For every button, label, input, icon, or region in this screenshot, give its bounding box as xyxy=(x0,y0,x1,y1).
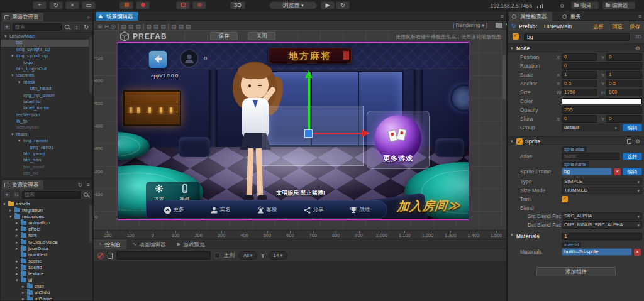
console-tab-1[interactable]: ∿动画编辑器 xyxy=(126,239,171,249)
hierarchy-node[interactable]: ▾main xyxy=(1,131,89,138)
grid-toggle-button[interactable] xyxy=(176,1,190,9)
collapse-icon[interactable]: ▾ xyxy=(511,44,513,53)
expand-arrow-icon[interactable]: ▾ xyxy=(18,138,23,144)
expand-arrow-icon[interactable]: ▸ xyxy=(16,246,21,252)
assets-scrollbar[interactable] xyxy=(89,205,92,243)
scale-y-field[interactable]: 1 xyxy=(606,71,642,79)
expand-arrow-icon[interactable]: ▸ xyxy=(16,226,21,233)
tab-assets[interactable]: 资源管理器 xyxy=(2,180,43,189)
hierarchy-node[interactable]: ▾img_renwu xyxy=(1,138,89,144)
tab-properties[interactable]: 属性检查器 xyxy=(509,12,552,21)
asset-item[interactable]: ▸animation xyxy=(1,220,89,226)
regex-checkbox[interactable] xyxy=(214,253,220,258)
asset-item[interactable]: ▸club xyxy=(1,283,89,290)
expand-arrow-icon[interactable]: ▸ xyxy=(22,296,27,300)
hierarchy-node[interactable]: logo xyxy=(1,60,89,66)
asset-item[interactable]: ▸texture xyxy=(1,271,89,277)
play-button[interactable]: ▶ xyxy=(321,1,335,9)
expand-arrow-icon[interactable]: ▸ xyxy=(16,233,21,239)
copy-icon[interactable] xyxy=(627,139,631,144)
hierarchy-node[interactable]: img_cyright_up xyxy=(1,47,89,53)
gizmo-origin[interactable] xyxy=(304,129,313,138)
expand-arrow-icon[interactable]: ▾ xyxy=(3,201,8,207)
prefab-save-button[interactable]: 保存 xyxy=(630,23,640,31)
gear-icon[interactable]: ⚙ xyxy=(635,137,640,146)
console-tab-2[interactable]: ▶游戏预览 xyxy=(171,239,210,249)
assets-search-input[interactable] xyxy=(22,191,80,199)
asset-item[interactable]: ▾ui xyxy=(1,277,89,283)
asset-item[interactable]: ▸uiGame xyxy=(1,296,89,300)
avatar[interactable] xyxy=(180,49,199,68)
skew-x-field[interactable]: 0 xyxy=(562,115,597,123)
size-w-field[interactable]: 1750 xyxy=(562,89,597,96)
hierarchy-node[interactable]: bg xyxy=(1,40,89,46)
hierarchy-scrollbar[interactable] xyxy=(89,37,92,94)
sort-icon[interactable]: ↑↓ xyxy=(13,191,20,199)
refresh-button[interactable]: ↻ xyxy=(336,1,350,9)
prefab-sync-icon[interactable]: ↻ xyxy=(511,23,516,29)
tab-services[interactable]: 服务 xyxy=(559,12,586,21)
prefab-preview[interactable]: 地方麻将 0 appV1.0.0.0 更多游戏 xyxy=(118,42,469,220)
asset-item[interactable]: ▸jsonData xyxy=(1,246,89,252)
materials-count-field[interactable]: 1 xyxy=(562,233,642,240)
size-h-field[interactable]: 800 xyxy=(606,89,642,96)
open-project-button[interactable]: 项目 xyxy=(571,1,599,9)
gear-icon[interactable]: ⚙ xyxy=(635,44,640,53)
back-button[interactable] xyxy=(148,50,167,68)
atlas-select-button[interactable]: 选择 xyxy=(623,153,642,160)
search-icon[interactable] xyxy=(82,191,90,199)
align-right-icon[interactable]: ▤ xyxy=(135,23,141,30)
expand-arrow-icon[interactable]: ▾ xyxy=(4,33,9,40)
expand-arrow-icon[interactable]: ▸ xyxy=(9,207,14,214)
join-room-button[interactable]: 加入房间≫ xyxy=(388,197,469,215)
sprite-frame-field[interactable]: bg xyxy=(562,168,612,175)
log-level-dropdown[interactable]: All xyxy=(238,251,257,260)
asset-item[interactable]: ▾resources xyxy=(1,214,89,220)
asset-item[interactable]: ▸effect xyxy=(1,226,89,233)
console-filter-input[interactable] xyxy=(116,251,211,260)
dist-grid-icon[interactable]: ▤ xyxy=(186,23,191,30)
hierarchy-node[interactable]: label_id xyxy=(1,99,89,105)
game-menu-trophy[interactable]: 战绩 xyxy=(350,205,370,214)
expand-arrow-icon[interactable]: ▸ xyxy=(16,220,21,226)
size-mode-dropdown[interactable]: TRIMMED xyxy=(562,187,642,194)
color-swatch[interactable] xyxy=(562,98,642,104)
open-editor-button[interactable]: 编辑器 xyxy=(602,1,635,9)
hierarchy-node[interactable]: btn_txt xyxy=(1,170,89,177)
console-tab-0[interactable]: ≡控制台 xyxy=(94,239,126,249)
type-dropdown[interactable]: SIMPLE xyxy=(562,178,642,185)
dst-blend-dropdown[interactable]: ONE_MINUS_SRC_ALPHA xyxy=(562,221,642,229)
hierarchy-node[interactable]: ▾UINewMain xyxy=(1,33,89,40)
align-middle-icon[interactable]: ▤ xyxy=(153,23,159,30)
scene-canvas[interactable]: PREFAB 保存 关闭 使用鼠标右键平移视图焦点，使用滚轮缩放视图 xyxy=(94,30,506,239)
hierarchy-node[interactable]: btn_cood xyxy=(1,164,89,170)
game-menu-headset[interactable]: 客服 xyxy=(257,205,277,214)
refresh-icon[interactable]: ↻ xyxy=(82,23,90,31)
gizmo-y-axis[interactable] xyxy=(308,78,310,133)
dist-v-icon[interactable]: ▤ xyxy=(179,23,184,30)
asset-item[interactable]: ▸migration xyxy=(1,207,89,214)
zoom-fit-icon[interactable]: ◎ xyxy=(111,23,116,30)
clear-icon[interactable]: × xyxy=(634,249,641,256)
sprite-section-header[interactable]: ▾ Sprite ⚙ xyxy=(508,136,644,145)
scale-tool-button[interactable]: × xyxy=(65,1,79,9)
gizmo-x-axis[interactable] xyxy=(311,133,362,134)
panel-menu-icon[interactable]: ≡ xyxy=(501,13,504,19)
3d-mode-button[interactable]: 3D xyxy=(230,1,245,9)
hierarchy-node[interactable]: ▾mask xyxy=(1,79,89,85)
prefab-revert-button[interactable]: 回退 xyxy=(612,23,623,31)
material-field[interactable]: builtin-2d-sprite xyxy=(562,248,632,256)
asset-item[interactable]: ▸uiChild xyxy=(1,290,89,296)
panel-menu-icon[interactable]: ≡ xyxy=(87,182,90,188)
prefab-select-button[interactable]: 选择 xyxy=(593,23,604,31)
tab-hierarchy[interactable]: 层级管理器 xyxy=(2,13,43,21)
opacity-field[interactable]: 255 xyxy=(562,106,642,114)
expand-arrow-icon[interactable]: ▾ xyxy=(9,214,14,220)
expand-arrow-icon[interactable]: ▸ xyxy=(16,239,21,246)
align-top-icon[interactable]: ▤ xyxy=(146,23,152,30)
collapse-icon[interactable]: ▾ xyxy=(511,137,513,146)
game-menu-share[interactable]: 分享 xyxy=(303,205,324,214)
align-center-icon[interactable]: ▤ xyxy=(128,23,134,30)
node-name-input[interactable] xyxy=(524,33,630,41)
create-node-button[interactable]: + xyxy=(3,23,11,31)
